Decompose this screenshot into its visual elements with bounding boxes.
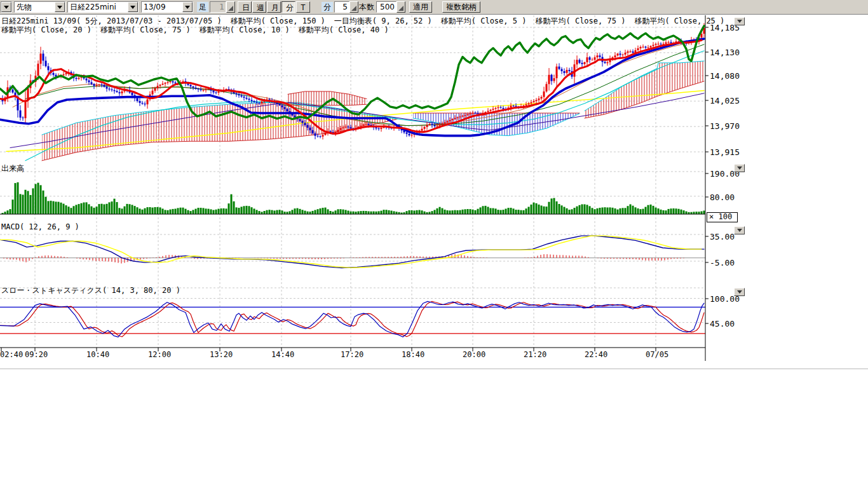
time-axis-label: 13:20 (210, 350, 233, 359)
time-axis-label: 02:40 (0, 350, 23, 359)
volume-multiplier-box: × 100 (707, 212, 738, 222)
pane-scale-dropdown[interactable] (734, 17, 745, 25)
legend-item: 移動平均( Close, 75 ) (100, 25, 191, 34)
legend-item: 移動平均( Close, 5 ) (441, 17, 527, 25)
legend-item: 日経225mini 13/09( 5分, 2013/07/03 - 2013/0… (1, 17, 222, 25)
volume-pane-label: 出来高 (1, 163, 24, 174)
price-axis-label: 13,970 (710, 121, 740, 131)
price-axis-label: 14,080 (710, 71, 740, 81)
time-axis-label: 17:20 (341, 350, 363, 359)
chevron-down-icon (737, 229, 742, 232)
price-axis-label: 14,025 (710, 96, 740, 105)
time-axis-label: 14:40 (271, 350, 294, 359)
time-axis-label: 18:40 (402, 350, 424, 359)
legend-item: 移動平均( Close, 20 ) (1, 25, 92, 34)
legend-item: 移動平均( Close, 75 ) (535, 17, 625, 25)
price-axis-label: 13,915 (710, 147, 740, 157)
legend-item: 一目均衡表( 9, 26, 52 ) (334, 17, 432, 25)
legend-line-2: 移動平均( Close, 20 )移動平均( Close, 75 )移動平均( … (1, 25, 398, 36)
chart-plot[interactable] (0, 0, 712, 366)
time-axis-label: 12:00 (148, 350, 171, 359)
time-axis-label: 09:20 (25, 350, 48, 359)
bottom-divider (0, 369, 868, 369)
macd-pane-label: MACD( 12, 26, 9 ) (1, 222, 79, 231)
pane-scale-dropdown[interactable] (734, 164, 745, 172)
legend-item: 移動平均( Close, 25 ) (634, 17, 724, 25)
price-axis-label: 14,130 (710, 48, 740, 57)
stoch-pane-label: スロー・ストキャスティクス( 14, 3, 80, 20 ) (1, 285, 180, 296)
macd-axis-label: -5.00 (710, 258, 735, 268)
macd-axis-label: 35.00 (710, 232, 735, 241)
time-axis-label: 21:20 (524, 350, 546, 359)
legend-item: 移動平均( Close, 150 ) (231, 17, 325, 25)
chevron-down-icon (737, 166, 742, 170)
time-axis-label: 20:00 (463, 350, 485, 359)
pane-scale-dropdown[interactable] (734, 226, 745, 234)
volume-axis-label: 80.00 (710, 193, 735, 202)
legend-item: 移動平均( Close, 10 ) (200, 25, 290, 34)
chart-application-window: 先物 日経225mini 13/09 足 1 日週月分T 分 5 本数 500 … (0, 0, 868, 488)
pane-scale-dropdown[interactable] (734, 288, 745, 296)
time-axis-label: 22:40 (585, 350, 607, 359)
stoch-axis-label: 45.00 (710, 319, 735, 329)
legend-item: 移動平均( Close, 40 ) (299, 25, 389, 34)
chevron-down-icon (737, 290, 742, 294)
time-axis-label: 07/05 (646, 350, 668, 359)
chevron-down-icon (737, 20, 742, 23)
time-axis-label: 10:40 (86, 350, 109, 359)
